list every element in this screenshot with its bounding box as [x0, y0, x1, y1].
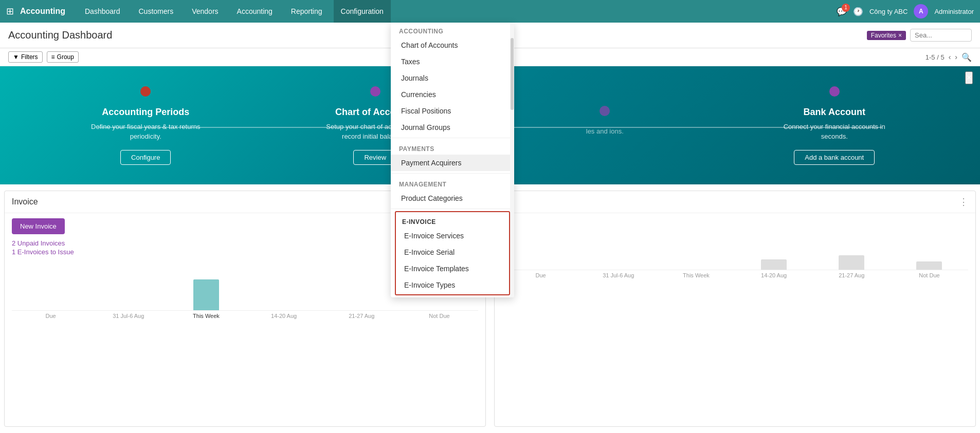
group-button[interactable]: ≡ Group	[47, 51, 79, 63]
app-brand: Accounting	[20, 7, 65, 16]
menu-taxes[interactable]: Taxes	[391, 53, 514, 70]
messages-icon[interactable]: 💬 1	[837, 7, 847, 16]
panel-2-menu[interactable]: ⋮	[959, 196, 968, 208]
x-label-due: Due	[12, 313, 89, 319]
menu-e-invoice-serial[interactable]: E-Invoice Serial	[396, 244, 509, 260]
bar-this-week	[193, 279, 219, 310]
p2-col-aug27	[813, 255, 891, 270]
panel-2-bars	[502, 218, 968, 270]
nav-vendors[interactable]: Vendors	[185, 0, 225, 23]
p2-col-not-due	[891, 261, 968, 270]
filter-icon: ▼	[13, 53, 19, 61]
new-invoice-button[interactable]: New Invoice	[12, 218, 65, 234]
p2-x-label-aug20: 14-20 Aug	[735, 272, 813, 278]
p2-x-label-jul6: 31 Jul-6 Aug	[579, 272, 657, 278]
company-name: Công ty ABC	[869, 8, 908, 15]
pagination-next[interactable]: ›	[955, 53, 957, 61]
nav-accounting[interactable]: Accounting	[230, 0, 280, 23]
panel-2-header: ⋮	[495, 191, 975, 213]
search-input[interactable]	[910, 29, 972, 42]
group-icon: ≡	[51, 53, 55, 61]
panel-2: ⋮	[494, 191, 976, 427]
menu-e-invoice-templates[interactable]: E-Invoice Templates	[396, 260, 509, 277]
pagination-prev[interactable]: ‹	[949, 53, 951, 61]
nav-configuration[interactable]: Configuration	[334, 0, 391, 23]
scrollbar-thumb[interactable]	[511, 38, 514, 110]
p2-bar-not-due	[916, 261, 942, 270]
menu-fiscal-positions[interactable]: Fiscal Positions	[391, 103, 514, 119]
header-actions: Favorites ×	[867, 29, 972, 42]
x-label-jul6: 31 Jul-6 Aug	[89, 313, 167, 319]
menu-e-invoice-types[interactable]: E-Invoice Types	[396, 277, 509, 293]
messages-badge: 1	[842, 4, 850, 12]
banner-step-bank-account: Bank Account Connect your financial acco…	[720, 86, 950, 165]
search-icon-button[interactable]: 🔍	[961, 52, 972, 62]
section-header-accounting: Accounting	[391, 23, 514, 37]
nav-reporting[interactable]: Reporting	[284, 0, 330, 23]
e-invoice-section: E-Invoice E-Invoice Services E-Invoice S…	[395, 211, 510, 295]
banner-step-middle: les and ions.	[490, 106, 720, 145]
menu-e-invoice-services[interactable]: E-Invoice Services	[396, 228, 509, 244]
menu-payment-acquirers[interactable]: Payment Acquirers	[391, 155, 514, 171]
favorites-filter[interactable]: Favorites ×	[867, 31, 906, 40]
e-invoices-link[interactable]: 1 E-Invoices to Issue	[12, 248, 74, 256]
step-1-desc: Define your fiscal years & tax returns p…	[89, 122, 202, 142]
banner-close-button[interactable]: ×	[965, 71, 973, 84]
menu-journals[interactable]: Journals	[391, 70, 514, 86]
filters-button[interactable]: ▼ Filters	[8, 51, 43, 63]
step-1-btn[interactable]: Configure	[120, 150, 171, 165]
filters-label: Filters	[21, 53, 38, 61]
step-4-title: Bank Account	[720, 107, 950, 118]
favorites-label: Favorites	[871, 32, 896, 39]
avatar[interactable]: A	[914, 4, 928, 18]
step-4-btn[interactable]: Add a bank account	[794, 150, 875, 165]
step-3-desc: les and ions.	[548, 126, 661, 137]
panel-2-chart: Due 31 Jul-6 Aug This Week 14-20 Aug 21-…	[502, 218, 968, 421]
menu-currencies[interactable]: Currencies	[391, 86, 514, 103]
menu-product-categories[interactable]: Product Categories	[391, 190, 514, 206]
panel-2-x-axis: Due 31 Jul-6 Aug This Week 14-20 Aug 21-…	[502, 270, 968, 280]
menu-journal-groups[interactable]: Journal Groups	[391, 119, 514, 136]
p2-x-label-aug27: 21-27 Aug	[813, 272, 891, 278]
step-dot-4	[829, 86, 840, 97]
p2-bar-aug20	[761, 259, 787, 270]
p2-bar-aug27	[839, 255, 864, 270]
step-1-title: Accounting Periods	[31, 107, 261, 118]
top-navigation: ⊞ Accounting Dashboard Customers Vendors…	[0, 0, 980, 23]
menu-chart-of-accounts[interactable]: Chart of Accounts	[391, 37, 514, 53]
scrollbar-track	[510, 23, 514, 297]
divider-1	[391, 138, 514, 138]
x-label-aug20: 14-20 Aug	[245, 313, 323, 319]
p2-x-label-not-due: Not Due	[891, 272, 968, 278]
section-header-management: Management	[391, 176, 514, 190]
clock-icon[interactable]: 🕐	[853, 7, 863, 16]
p2-col-aug20	[735, 259, 813, 270]
step-dot-1	[140, 86, 151, 97]
divider-3	[391, 209, 514, 209]
x-label-not-due: Not Due	[401, 313, 478, 319]
step-dot-2	[370, 86, 380, 97]
banner-step-accounting-periods: Accounting Periods Define your fiscal ye…	[31, 86, 261, 165]
pagination-text: 1-5 / 5	[925, 53, 945, 61]
unpaid-invoices-link[interactable]: 2 Unpaid Invoices	[12, 239, 74, 247]
divider-2	[391, 173, 514, 174]
col-this-week	[167, 279, 245, 310]
panel-2-body: Due 31 Jul-6 Aug This Week 14-20 Aug 21-…	[495, 213, 975, 426]
step-4-desc: Connect your financial accounts in secon…	[778, 122, 891, 142]
invoice-stat-links: 2 Unpaid Invoices 1 E-Invoices to Issue	[12, 239, 74, 256]
x-label-aug27: 21-27 Aug	[323, 313, 401, 319]
x-label-this-week: This Week	[167, 313, 245, 319]
group-label: Group	[57, 53, 74, 61]
nav-dashboard[interactable]: Dashboard	[78, 0, 128, 23]
favorites-close-icon[interactable]: ×	[898, 32, 902, 39]
apps-grid-icon[interactable]: ⊞	[6, 6, 14, 17]
p2-x-label-this-week: This Week	[657, 272, 735, 278]
nav-right-area: 💬 1 🕐 Công ty ABC A Administrator	[837, 4, 974, 18]
admin-name: Administrator	[934, 8, 974, 15]
invoice-x-axis: Due 31 Jul-6 Aug This Week 14-20 Aug 21-…	[12, 310, 478, 321]
pagination: 1-5 / 5 ‹ ›	[925, 53, 957, 61]
section-header-payments: Payments	[391, 140, 514, 155]
step-dot-3	[600, 106, 610, 116]
section-header-e-invoice: E-Invoice	[396, 213, 509, 228]
nav-customers[interactable]: Customers	[132, 0, 181, 23]
